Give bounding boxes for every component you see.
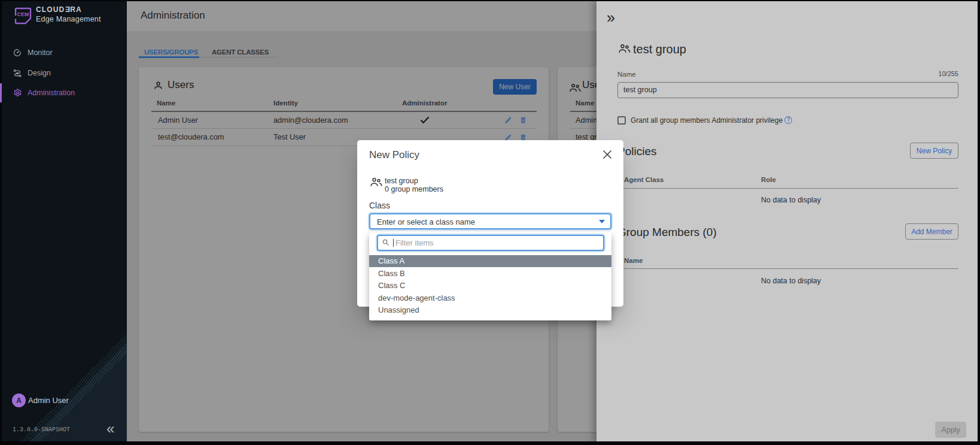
- svg-text:CEM: CEM: [17, 11, 29, 17]
